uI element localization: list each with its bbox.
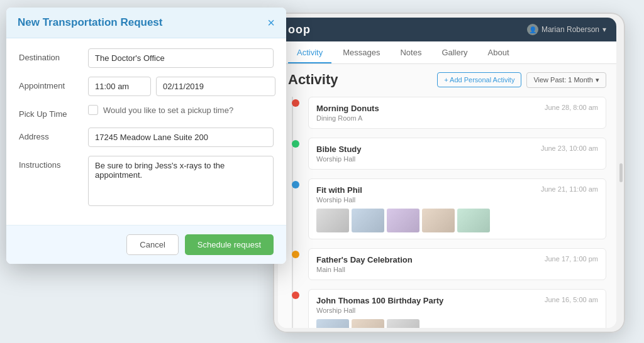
user-icon: 👤 [527, 24, 538, 35]
destination-row: Destination [19, 48, 274, 68]
event-date: June 16, 5:00 am [545, 296, 598, 303]
add-activity-button[interactable]: + Add Personal Activity [437, 72, 521, 87]
schedule-button[interactable]: Schedule request [185, 234, 274, 255]
timeline-dot [292, 140, 299, 148]
appointment-row: Appointment [19, 77, 274, 96]
user-name: Marian Roberson [541, 25, 599, 34]
instructions-row: Instructions Be sure to bring Jess's x-r… [19, 156, 274, 206]
timeline-item-content: Fit with Phil Worship Hall June 21, 11:0… [308, 178, 606, 239]
event-photos [316, 209, 598, 232]
tablet-screen: oop 👤 Marian Roberson ▾ Activity Message… [278, 18, 616, 328]
timeline-item-content: Morning Donuts Dining Room A June 28, 8:… [308, 97, 606, 129]
activity-actions: + Add Personal Activity View Past: 1 Mon… [437, 72, 606, 88]
modal-title: New Transportation Request [18, 16, 162, 29]
timeline-dot [292, 99, 299, 107]
photo-thumbnail[interactable] [352, 319, 384, 328]
photo-thumbnail[interactable] [352, 209, 384, 232]
modal-body: Destination Appointment Pick Up Time Wou… [6, 38, 286, 225]
appointment-date-input[interactable] [156, 77, 275, 96]
photo-thumbnail[interactable] [387, 209, 419, 232]
activity-area: Activity + Add Personal Activity View Pa… [278, 64, 616, 328]
timeline: Morning Donuts Dining Room A June 28, 8:… [288, 97, 606, 328]
photo-thumbnail[interactable] [387, 319, 419, 328]
instructions-textarea[interactable]: Be sure to bring Jess's x-rays to the ap… [88, 156, 274, 206]
appointment-label: Appointment [19, 77, 82, 90]
event-title: Bible Study [316, 144, 362, 154]
pickup-label: Pick Up Time [19, 105, 82, 119]
event-subtitle: Worship Hall [316, 155, 362, 163]
event-subtitle: Dining Room A [316, 114, 379, 122]
event-subtitle: Main Hall [316, 266, 413, 273]
event-subtitle: Worship Hall [316, 307, 443, 314]
chevron-down-icon: ▾ [602, 25, 606, 34]
timeline-item-content: John Thomas 100 Birthday Party Worship H… [308, 289, 606, 328]
event-photos [316, 319, 598, 328]
event-date: June 21, 11:00 am [541, 185, 598, 193]
appointment-time-input[interactable] [88, 77, 151, 96]
modal-transportation: New Transportation Request × Destination… [6, 8, 286, 264]
photo-thumbnail[interactable] [457, 209, 490, 232]
list-item: Morning Donuts Dining Room A June 28, 8:… [298, 97, 606, 129]
list-item: John Thomas 100 Birthday Party Worship H… [298, 289, 606, 328]
destination-input[interactable] [88, 48, 274, 68]
tab-gallery[interactable]: Gallery [433, 41, 476, 63]
modal-close-button[interactable]: × [267, 16, 275, 29]
timeline-dot [292, 181, 299, 188]
event-subtitle: Worship Hall [316, 196, 362, 204]
timeline-dot [292, 291, 299, 299]
tablet-side-button [619, 163, 623, 182]
tab-notes[interactable]: Notes [391, 41, 430, 63]
pickup-checkbox[interactable] [88, 105, 98, 115]
address-row: Address [19, 128, 274, 147]
tab-messages[interactable]: Messages [334, 41, 389, 63]
activity-header: Activity + Add Personal Activity View Pa… [288, 72, 606, 88]
event-title: Morning Donuts [316, 104, 379, 113]
appointment-fields [88, 77, 275, 96]
event-title: Fit with Phil [316, 185, 362, 195]
photo-thumbnail[interactable] [422, 209, 455, 232]
timeline-item-content: Bible Study Worship Hall June 23, 10:00 … [308, 138, 606, 170]
chevron-down-icon: ▾ [596, 76, 599, 84]
event-date: June 17, 1:00 pm [545, 255, 598, 263]
pickup-text: Would you like to set a pickup time? [103, 106, 233, 115]
app-logo: oop [288, 23, 311, 36]
app-user: 👤 Marian Roberson ▾ [527, 24, 606, 35]
list-item: Fit with Phil Worship Hall June 21, 11:0… [298, 178, 606, 239]
activity-title: Activity [288, 72, 338, 88]
list-item: Father's Day Celebration Main Hall June … [298, 248, 606, 280]
cancel-button[interactable]: Cancel [126, 234, 178, 255]
timeline-dot [292, 251, 299, 258]
address-input[interactable] [88, 128, 274, 147]
tablet: oop 👤 Marian Roberson ▾ Activity Message… [273, 13, 625, 333]
timeline-item-content: Father's Day Celebration Main Hall June … [308, 248, 606, 280]
pickup-fields: Would you like to set a pickup time? [88, 105, 274, 115]
app-header: oop 👤 Marian Roberson ▾ [278, 18, 616, 41]
event-title: Father's Day Celebration [316, 255, 413, 264]
photo-thumbnail[interactable] [316, 319, 349, 328]
destination-label: Destination [19, 48, 82, 62]
event-title: John Thomas 100 Birthday Party [316, 296, 443, 305]
tab-about[interactable]: About [479, 41, 518, 63]
event-date: June 23, 10:00 am [541, 144, 598, 152]
tab-activity[interactable]: Activity [288, 41, 331, 63]
instructions-label: Instructions [19, 156, 82, 170]
app-tabs: Activity Messages Notes Gallery About [278, 41, 616, 64]
list-item: Bible Study Worship Hall June 23, 10:00 … [298, 138, 606, 170]
address-label: Address [19, 128, 82, 141]
modal-footer: Cancel Schedule request [6, 225, 286, 264]
pickup-row: Pick Up Time Would you like to set a pic… [19, 105, 274, 119]
view-past-button[interactable]: View Past: 1 Month ▾ [526, 72, 606, 88]
photo-thumbnail[interactable] [316, 209, 349, 232]
modal-header: New Transportation Request × [6, 8, 286, 38]
event-date: June 28, 8:00 am [545, 104, 598, 111]
